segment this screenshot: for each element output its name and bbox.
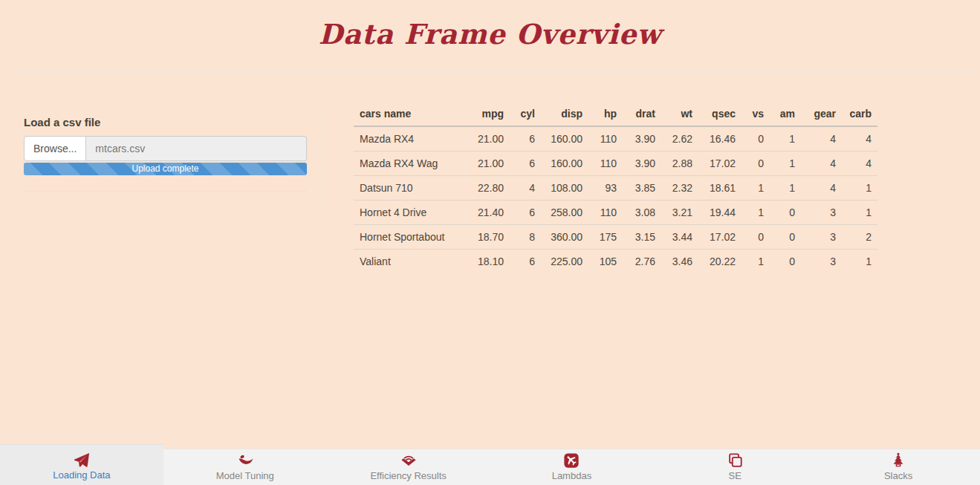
cell: 360.00 bbox=[541, 225, 588, 250]
cell: 1 bbox=[770, 152, 801, 176]
cell: 160.00 bbox=[541, 126, 588, 152]
cell: 4 bbox=[801, 126, 842, 152]
cell: 3.46 bbox=[661, 250, 698, 274]
page-header: Data Frame Overview bbox=[0, 0, 980, 51]
tab-label: Loading Data bbox=[0, 469, 163, 481]
tab-slacks[interactable]: Slacks bbox=[817, 449, 980, 485]
cell: 21.00 bbox=[465, 152, 510, 176]
column-header: drat bbox=[623, 102, 661, 126]
cell: 2 bbox=[842, 225, 877, 250]
cell: 4 bbox=[801, 152, 842, 176]
tab-model-tuning[interactable]: Model Tuning bbox=[163, 449, 327, 485]
cell: 258.00 bbox=[541, 201, 588, 225]
crescent-wave-icon bbox=[163, 452, 327, 469]
cell: 18.70 bbox=[465, 225, 510, 250]
cell: 105 bbox=[588, 250, 623, 274]
cell-car-name: Valiant bbox=[354, 250, 465, 274]
cell: 4 bbox=[842, 126, 877, 152]
cell: 1 bbox=[770, 126, 801, 152]
column-header: am bbox=[770, 102, 801, 126]
cell: 1 bbox=[770, 176, 801, 201]
cell: 0 bbox=[742, 126, 770, 152]
cell: 8 bbox=[510, 225, 541, 250]
cell: 3 bbox=[801, 201, 842, 225]
cell: 16.46 bbox=[698, 126, 742, 152]
tab-label: SE bbox=[653, 470, 817, 481]
cell-car-name: Hornet 4 Drive bbox=[354, 201, 465, 225]
tab-se[interactable]: SE bbox=[653, 449, 817, 485]
cell: 175 bbox=[588, 225, 623, 250]
cell: 1 bbox=[742, 201, 770, 225]
cell: 110 bbox=[588, 201, 623, 225]
cell-car-name: Mazda RX4 Wag bbox=[354, 152, 465, 176]
cell-car-name: Datsun 710 bbox=[354, 176, 465, 201]
column-header: wt bbox=[661, 102, 698, 126]
file-input-label: Load a csv file bbox=[24, 116, 307, 128]
cell: 110 bbox=[588, 126, 623, 152]
cell: 21.00 bbox=[465, 126, 510, 152]
tab-label: Efficiency Results bbox=[327, 470, 490, 481]
upload-progress-bar: Upload complete bbox=[24, 163, 307, 175]
fly-plane-icon bbox=[490, 452, 653, 469]
cell: 1 bbox=[742, 250, 770, 274]
cell: 17.02 bbox=[698, 225, 742, 250]
cell: 1 bbox=[842, 250, 877, 274]
cell: 4 bbox=[801, 176, 842, 201]
column-header: vs bbox=[742, 102, 770, 126]
column-header: disp bbox=[541, 102, 588, 126]
cell-car-name: Hornet Sportabout bbox=[354, 225, 465, 250]
table-row: Hornet Sportabout 18.70 8 360.00 175 3.1… bbox=[354, 225, 877, 250]
tab-label: Model Tuning bbox=[163, 470, 327, 481]
table-row: Datsun 710 22.80 4 108.00 93 3.85 2.32 1… bbox=[354, 176, 877, 201]
file-name-field[interactable]: mtcars.csv bbox=[86, 136, 307, 161]
cell: 20.22 bbox=[698, 250, 742, 274]
table-row: Mazda RX4 21.00 6 160.00 110 3.90 2.62 1… bbox=[354, 126, 877, 152]
csv-upload-panel: Load a csv file Browse... mtcars.csv Upl… bbox=[7, 102, 323, 220]
cell: 93 bbox=[588, 176, 623, 201]
column-header: carb bbox=[842, 102, 877, 126]
tab-label: Slacks bbox=[817, 470, 980, 481]
paper-plane-icon bbox=[0, 451, 163, 469]
table-row: Mazda RX4 Wag 21.00 6 160.00 110 3.90 2.… bbox=[354, 152, 877, 176]
cell: 2.76 bbox=[623, 250, 661, 274]
cell: 3 bbox=[801, 225, 842, 250]
tab-lambdas[interactable]: Lambdas bbox=[490, 449, 653, 485]
cell: 0 bbox=[742, 225, 770, 250]
bottom-tab-bar: Loading Data Model Tuning Efficiency Res… bbox=[0, 449, 980, 485]
cell: 0 bbox=[770, 225, 801, 250]
cell: 3.08 bbox=[623, 201, 661, 225]
cell: 0 bbox=[770, 250, 801, 274]
file-input-group: Browse... mtcars.csv bbox=[24, 136, 307, 161]
cell: 3.90 bbox=[623, 126, 661, 152]
cell: 3 bbox=[801, 250, 842, 274]
data-frame-table: cars name mpg cyl disp hp drat wt qsec v… bbox=[354, 102, 877, 273]
cell: 19.44 bbox=[698, 201, 742, 225]
tab-efficiency-results[interactable]: Efficiency Results bbox=[327, 449, 490, 485]
cell: 4 bbox=[842, 152, 877, 176]
data-frame-table-container: cars name mpg cyl disp hp drat wt qsec v… bbox=[354, 102, 877, 273]
column-header: gear bbox=[801, 102, 842, 126]
table-header-row: cars name mpg cyl disp hp drat wt qsec v… bbox=[354, 102, 877, 126]
cell: 108.00 bbox=[541, 176, 588, 201]
cell: 3.44 bbox=[661, 225, 698, 250]
cell: 4 bbox=[510, 176, 541, 201]
browse-button[interactable]: Browse... bbox=[24, 136, 86, 161]
sidebar-divider bbox=[24, 191, 307, 192]
cell: 3.90 bbox=[623, 152, 661, 176]
column-header: hp bbox=[588, 102, 623, 126]
cell: 1 bbox=[742, 176, 770, 201]
cell: 1 bbox=[842, 201, 877, 225]
cell: 0 bbox=[770, 201, 801, 225]
cell: 6 bbox=[510, 152, 541, 176]
cell: 225.00 bbox=[541, 250, 588, 274]
tab-label: Lambdas bbox=[490, 470, 653, 481]
tab-loading-data[interactable]: Loading Data bbox=[0, 444, 163, 485]
cell: 110 bbox=[588, 152, 623, 176]
cell: 17.02 bbox=[698, 152, 742, 176]
cell: 2.62 bbox=[661, 126, 698, 152]
cell: 6 bbox=[510, 126, 541, 152]
table-row: Hornet 4 Drive 21.40 6 258.00 110 3.08 3… bbox=[354, 201, 877, 225]
page-title: Data Frame Overview bbox=[0, 18, 980, 51]
column-header: qsec bbox=[698, 102, 742, 126]
cell: 6 bbox=[510, 201, 541, 225]
